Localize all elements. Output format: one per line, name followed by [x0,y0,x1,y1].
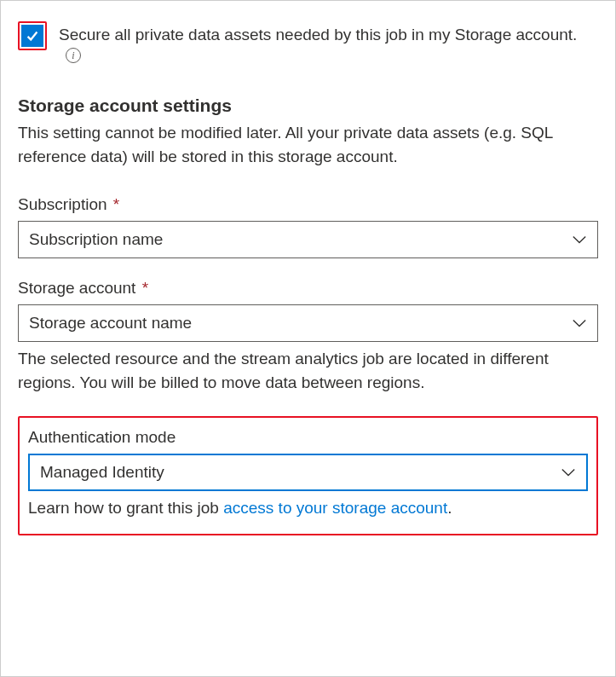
secure-data-checkbox[interactable] [21,25,43,47]
storage-settings-description: This setting cannot be modified later. A… [18,121,598,170]
storage-account-helper: The selected resource and the stream ana… [18,347,598,396]
required-asterisk: * [113,195,119,213]
storage-access-link[interactable]: access to your storage account [223,499,447,517]
auth-mode-highlight-section: Authentication mode Managed Identity Lea… [18,416,598,536]
required-asterisk: * [142,279,148,297]
storage-account-field: Storage account * Storage account name T… [18,279,598,396]
auth-mode-value: Managed Identity [40,463,164,482]
storage-account-dropdown[interactable]: Storage account name [18,304,598,342]
storage-account-label: Storage account * [18,279,598,298]
info-icon[interactable]: i [66,48,81,63]
subscription-value: Subscription name [29,230,163,249]
storage-account-label-text: Storage account [18,279,135,297]
subscription-label-text: Subscription [18,195,107,213]
subscription-field: Subscription * Subscription name [18,195,598,258]
secure-data-label-wrap: Secure all private data assets needed by… [59,21,598,63]
chevron-down-icon [572,314,587,333]
subscription-dropdown[interactable]: Subscription name [18,221,598,258]
learn-suffix: . [447,499,452,517]
auth-mode-label: Authentication mode [28,428,588,447]
chevron-down-icon [561,463,576,482]
storage-account-value: Storage account name [29,314,192,333]
chevron-down-icon [572,230,587,249]
checkbox-highlight-border [18,21,47,50]
auth-mode-field: Authentication mode Managed Identity Lea… [28,428,588,521]
auth-mode-learn-text: Learn how to grant this job access to yo… [28,496,588,521]
secure-data-checkbox-row: Secure all private data assets needed by… [18,21,598,63]
checkmark-icon [25,28,40,43]
secure-data-label: Secure all private data assets needed by… [59,23,577,48]
subscription-label: Subscription * [18,195,598,214]
learn-prefix: Learn how to grant this job [28,499,223,517]
storage-settings-heading: Storage account settings [18,95,598,116]
auth-mode-dropdown[interactable]: Managed Identity [28,454,588,491]
